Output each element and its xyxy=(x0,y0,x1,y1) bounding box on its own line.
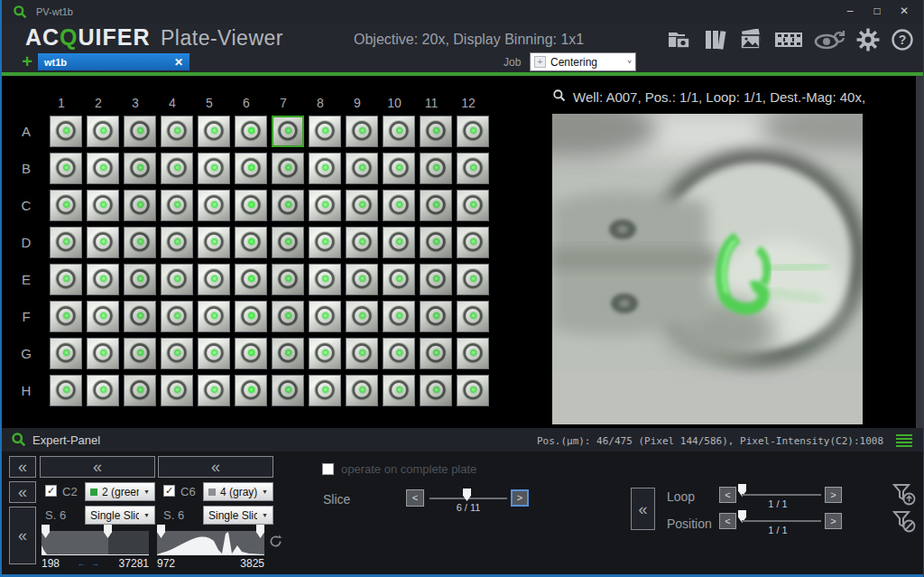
well-thumbnail-D10[interactable] xyxy=(383,227,415,258)
well-thumbnail-B4[interactable] xyxy=(161,153,193,184)
well-thumbnail-C2[interactable] xyxy=(87,190,119,221)
well-thumbnail-C4[interactable] xyxy=(161,190,193,221)
well-thumbnail-C7[interactable] xyxy=(272,190,304,221)
well-thumbnail-E7[interactable] xyxy=(272,264,304,295)
collapse-loop-position-button[interactable]: « xyxy=(631,488,655,530)
photo-stack-icon[interactable] xyxy=(737,28,764,51)
library-icon[interactable] xyxy=(704,28,727,51)
well-thumbnail-G5[interactable] xyxy=(198,338,230,369)
position-prev-button[interactable]: < xyxy=(719,513,736,529)
well-thumbnail-D9[interactable] xyxy=(346,227,378,258)
well-thumbnail-B1[interactable] xyxy=(50,153,82,184)
minimize-button[interactable]: – xyxy=(836,0,864,22)
well-thumbnail-F7[interactable] xyxy=(272,301,304,332)
well-thumbnail-F4[interactable] xyxy=(161,301,193,332)
scrollbar-strip[interactable] xyxy=(916,76,923,428)
slice-mode-select-1[interactable]: Single Slice ▼ xyxy=(85,506,155,525)
well-thumbnail-A12[interactable] xyxy=(457,116,489,147)
well-thumbnail-F1[interactable] xyxy=(50,301,82,332)
well-thumbnail-G6[interactable] xyxy=(235,338,267,369)
close-button[interactable]: ✕ xyxy=(891,0,918,22)
well-thumbnail-H11[interactable] xyxy=(420,375,452,406)
well-thumbnail-C1[interactable] xyxy=(50,190,82,221)
eye-refresh-icon[interactable] xyxy=(813,28,845,51)
well-thumbnail-A4[interactable] xyxy=(161,116,193,147)
job-select[interactable]: + Centering ˅ xyxy=(530,52,636,71)
well-thumbnail-E11[interactable] xyxy=(420,264,452,295)
well-thumbnail-B11[interactable] xyxy=(420,153,452,184)
well-thumbnail-H9[interactable] xyxy=(346,375,378,406)
well-thumbnail-E1[interactable] xyxy=(50,264,82,295)
well-thumbnail-B8[interactable] xyxy=(309,153,341,184)
tab-wt1b[interactable]: wt1b ✕ xyxy=(38,53,189,70)
well-thumbnail-D3[interactable] xyxy=(124,227,156,258)
collapse-button-3[interactable]: « xyxy=(9,507,36,564)
well-thumbnail-C9[interactable] xyxy=(346,190,378,221)
well-thumbnail-D12[interactable] xyxy=(457,227,489,258)
well-thumbnail-H10[interactable] xyxy=(383,375,415,406)
well-thumbnail-H12[interactable] xyxy=(457,375,489,406)
well-thumbnail-G4[interactable] xyxy=(161,338,193,369)
well-thumbnail-E2[interactable] xyxy=(87,264,119,295)
settings-gear-icon[interactable] xyxy=(855,28,881,51)
tab-close-icon[interactable]: ✕ xyxy=(174,56,183,69)
well-thumbnail-A10[interactable] xyxy=(383,116,415,147)
well-thumbnail-A9[interactable] xyxy=(346,116,378,147)
well-thumbnail-H8[interactable] xyxy=(309,375,341,406)
well-thumbnail-C6[interactable] xyxy=(235,190,267,221)
well-thumbnail-F3[interactable] xyxy=(124,301,156,332)
well-thumbnail-F10[interactable] xyxy=(383,301,415,332)
well-thumbnail-E6[interactable] xyxy=(235,264,267,295)
well-thumbnail-H2[interactable] xyxy=(87,375,119,406)
well-thumbnail-G9[interactable] xyxy=(346,338,378,369)
well-thumbnail-G7[interactable] xyxy=(272,338,304,369)
well-thumbnail-D5[interactable] xyxy=(198,227,230,258)
well-thumbnail-F12[interactable] xyxy=(457,301,489,332)
well-thumbnail-B2[interactable] xyxy=(87,153,119,184)
well-thumbnail-F2[interactable] xyxy=(87,301,119,332)
well-thumbnail-A7[interactable] xyxy=(272,116,304,147)
collapse-button-1[interactable]: « xyxy=(9,456,36,478)
menu-icon[interactable] xyxy=(896,434,912,447)
loop-next-button[interactable]: > xyxy=(825,487,842,503)
well-thumbnail-E3[interactable] xyxy=(124,264,156,295)
well-thumbnail-H6[interactable] xyxy=(235,375,267,406)
slice-mode-select-2[interactable]: Single Slice ▼ xyxy=(203,506,273,525)
well-thumbnail-D4[interactable] xyxy=(161,227,193,258)
well-thumbnail-E4[interactable] xyxy=(161,264,193,295)
well-thumbnail-A8[interactable] xyxy=(309,116,341,147)
well-thumbnail-C11[interactable] xyxy=(420,190,452,221)
well-thumbnail-A11[interactable] xyxy=(420,116,452,147)
collapse-channel-1-button[interactable]: « xyxy=(40,456,155,478)
well-thumbnail-A5[interactable] xyxy=(198,116,230,147)
well-thumbnail-H1[interactable] xyxy=(50,375,82,406)
well-thumbnail-A6[interactable] xyxy=(235,116,267,147)
channel-c2-checkbox[interactable]: ✓ xyxy=(45,485,57,497)
well-thumbnail-G3[interactable] xyxy=(124,338,156,369)
help-icon[interactable]: ? xyxy=(891,28,914,51)
well-detail-image[interactable] xyxy=(552,114,863,424)
well-thumbnail-G10[interactable] xyxy=(383,338,415,369)
loop-slider-track[interactable] xyxy=(742,494,821,496)
well-thumbnail-H3[interactable] xyxy=(124,375,156,406)
well-thumbnail-H7[interactable] xyxy=(272,375,304,406)
well-thumbnail-G1[interactable] xyxy=(50,338,82,369)
well-thumbnail-C10[interactable] xyxy=(383,190,415,221)
well-thumbnail-H5[interactable] xyxy=(198,375,230,406)
well-thumbnail-D11[interactable] xyxy=(420,227,452,258)
well-thumbnail-A2[interactable] xyxy=(87,116,119,147)
well-thumbnail-B3[interactable] xyxy=(124,153,156,184)
well-thumbnail-F11[interactable] xyxy=(420,301,452,332)
collapse-channel-2-button[interactable]: « xyxy=(158,456,273,478)
well-thumbnail-G12[interactable] xyxy=(457,338,489,369)
well-thumbnail-F9[interactable] xyxy=(346,301,378,332)
filmstrip-icon[interactable] xyxy=(774,28,803,51)
loop-prev-button[interactable]: < xyxy=(719,487,736,503)
well-thumbnail-B9[interactable] xyxy=(346,153,378,184)
channel-c6-display-select[interactable]: 4 (gray) ▼ xyxy=(203,482,273,501)
histogram-range-c2[interactable] xyxy=(42,531,149,555)
well-thumbnail-F6[interactable] xyxy=(235,301,267,332)
well-thumbnail-A3[interactable] xyxy=(124,116,156,147)
well-thumbnail-B5[interactable] xyxy=(198,153,230,184)
well-thumbnail-E8[interactable] xyxy=(309,264,341,295)
